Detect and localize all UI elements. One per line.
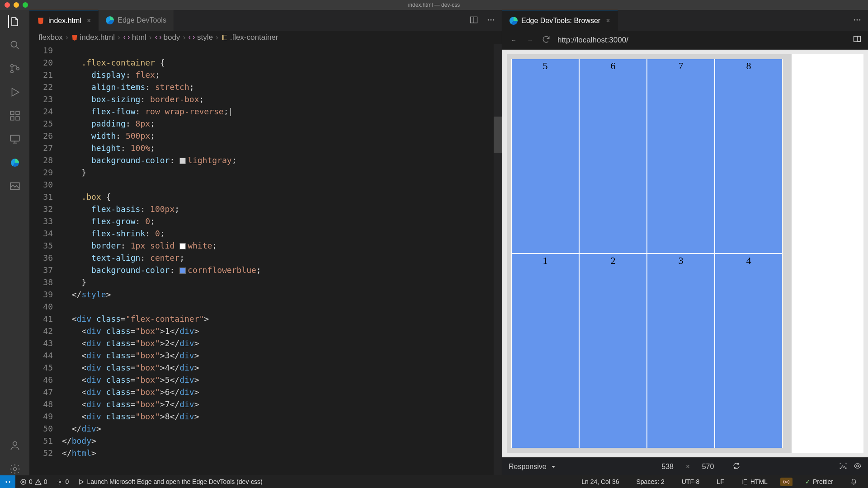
tab-label: Edge DevTools (118, 16, 166, 24)
svg-point-2 (10, 70, 13, 73)
screenshot-icon[interactable] (839, 462, 847, 472)
rotate-icon[interactable] (732, 462, 741, 472)
problems-indicator[interactable]: 0 0 (15, 478, 52, 485)
svg-rect-4 (10, 111, 14, 115)
source-control-icon[interactable] (9, 62, 21, 75)
svg-point-15 (493, 19, 494, 20)
browser-viewport: 12345678 (502, 50, 868, 457)
emulate-vision-icon[interactable] (854, 462, 862, 472)
svg-rect-19 (854, 36, 861, 42)
window-controls (5, 2, 28, 8)
remote-indicator[interactable] (0, 475, 15, 488)
viewport-width-input[interactable] (656, 463, 679, 471)
activity-bar (0, 10, 29, 475)
split-editor-icon[interactable] (469, 15, 478, 26)
svg-point-16 (854, 19, 855, 20)
preview-box: 1 (511, 253, 579, 448)
chevron-down-icon (549, 463, 557, 471)
breadcrumb-selector[interactable]: .flex-container (221, 33, 278, 42)
minimap[interactable] (494, 44, 502, 475)
close-window-button[interactable] (5, 2, 10, 8)
svg-rect-8 (10, 135, 19, 141)
html-file-icon (37, 17, 45, 25)
svg-point-14 (491, 19, 492, 20)
edge-icon (106, 16, 114, 24)
code-content[interactable]: .flex-container { display: flex; align-i… (62, 44, 502, 475)
svg-point-11 (13, 468, 16, 471)
search-icon[interactable] (9, 39, 21, 52)
svg-point-18 (859, 19, 860, 20)
forward-button[interactable]: → (525, 37, 535, 43)
notifications-icon[interactable] (846, 479, 862, 485)
svg-rect-7 (16, 117, 19, 120)
language-mode[interactable]: HTML (737, 478, 772, 485)
tab-edge-devtools[interactable]: Edge DevTools (99, 10, 174, 31)
edge-tools-icon[interactable] (9, 156, 21, 169)
code-editor[interactable]: 1920212223242526272829303132333435363738… (29, 44, 502, 475)
breadcrumb-folder[interactable]: flexbox (38, 33, 63, 42)
indentation-status[interactable]: Spaces: 2 (632, 478, 669, 485)
breadcrumb-html[interactable]: html (123, 33, 146, 42)
svg-rect-6 (10, 117, 14, 120)
svg-point-3 (16, 67, 19, 70)
preview-box: 3 (647, 253, 715, 448)
edge-icon (509, 17, 518, 25)
remote-explorer-icon[interactable] (9, 133, 21, 145)
svg-point-17 (857, 19, 858, 20)
status-bar: 0 0 0 Launch Microsoft Edge and open the… (0, 475, 868, 488)
svg-point-23 (59, 481, 61, 483)
editor-tabs: index.html × Edge DevTools (29, 10, 502, 31)
explorer-icon[interactable] (8, 15, 21, 28)
preview-box: 6 (579, 59, 647, 253)
svg-point-13 (488, 19, 489, 20)
breadcrumb-body[interactable]: body (155, 33, 180, 42)
port-forward-indicator[interactable]: 0 (52, 478, 74, 485)
encoding-status[interactable]: UTF-8 (677, 478, 704, 485)
minimize-window-button[interactable] (14, 2, 19, 8)
go-live-indicator[interactable] (780, 478, 793, 486)
svg-rect-5 (16, 111, 19, 115)
more-actions-icon[interactable] (853, 15, 862, 26)
extensions-icon[interactable] (9, 109, 21, 122)
flex-container-preview: 12345678 (507, 54, 792, 453)
browser-toolbar: ← → http://localhost:3000/ (502, 31, 868, 50)
viewport-height-input[interactable] (696, 463, 720, 471)
settings-gear-icon[interactable] (9, 463, 21, 475)
svg-point-24 (786, 481, 788, 483)
browser-pane: Edge DevTools: Browser × ← → http://loca… (502, 10, 868, 475)
eol-status[interactable]: LF (712, 478, 728, 485)
svg-point-0 (11, 41, 17, 47)
editor-area: index.html × Edge DevTools flexbox › ind… (29, 10, 502, 475)
device-toolbar: Responsive × (502, 457, 868, 475)
run-debug-icon[interactable] (9, 86, 21, 99)
image-preview-icon[interactable] (9, 180, 21, 192)
close-tab-icon[interactable]: × (87, 17, 91, 25)
breadcrumb[interactable]: flexbox › index.html › html › body › sty… (29, 31, 502, 44)
open-devtools-icon[interactable] (853, 35, 862, 45)
tab-index-html[interactable]: index.html × (29, 10, 99, 31)
back-button[interactable]: ← (509, 37, 519, 43)
maximize-window-button[interactable] (23, 2, 28, 8)
preview-box: 4 (715, 253, 783, 448)
dimension-x-icon: × (686, 463, 690, 471)
svg-point-10 (13, 441, 17, 446)
preview-box: 2 (579, 253, 647, 448)
more-actions-icon[interactable] (486, 15, 495, 26)
reload-button[interactable] (541, 35, 551, 45)
tab-browser[interactable]: Edge DevTools: Browser × (502, 10, 618, 31)
close-tab-icon[interactable]: × (606, 17, 610, 25)
launch-hint[interactable]: Launch Microsoft Edge and open the Edge … (73, 478, 267, 485)
svg-point-21 (857, 465, 859, 467)
url-bar[interactable]: http://localhost:3000/ (557, 36, 846, 45)
titlebar: index.html — dev-css (0, 0, 868, 10)
breadcrumb-style[interactable]: style (188, 33, 213, 42)
browser-tabs: Edge DevTools: Browser × (502, 10, 868, 31)
cursor-position[interactable]: Ln 24, Col 36 (577, 478, 623, 485)
prettier-status[interactable]: ✓ Prettier (801, 478, 838, 485)
tab-label: Edge DevTools: Browser (521, 17, 600, 25)
breadcrumb-file[interactable]: index.html (71, 33, 115, 42)
device-selector[interactable]: Responsive (509, 463, 557, 471)
line-number-gutter: 1920212223242526272829303132333435363738… (29, 44, 62, 475)
accounts-icon[interactable] (9, 439, 21, 452)
svg-rect-20 (858, 36, 861, 42)
